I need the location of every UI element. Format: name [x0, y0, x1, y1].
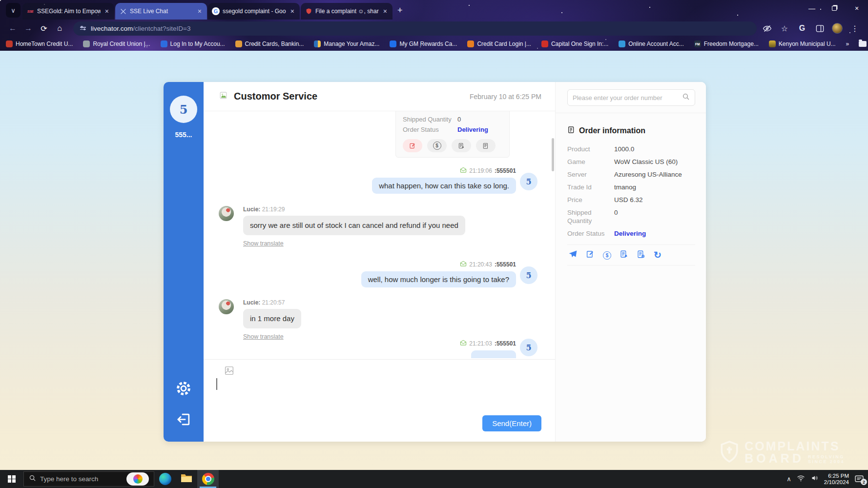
order-search-input[interactable] [573, 94, 682, 102]
taskbar-edge[interactable] [154, 470, 176, 488]
customer-message-avatar: 5 [520, 266, 537, 284]
close-tab-icon[interactable]: × [289, 7, 296, 15]
order-search[interactable] [567, 89, 695, 106]
order-detail-icon[interactable] [476, 139, 496, 152]
new-tab-button[interactable]: + [397, 5, 403, 16]
browser-menu-icon[interactable]: ⋮ [849, 23, 860, 34]
close-tab-icon[interactable]: × [196, 7, 203, 15]
bookmarks-overflow-chevron[interactable]: » [846, 41, 849, 47]
field-label: Shipped Quantity [567, 208, 614, 225]
bookmark-item[interactable]: Royal Credit Union |... [83, 41, 150, 47]
taskbar-file-explorer[interactable] [176, 470, 197, 488]
close-window-button[interactable]: × [846, 0, 868, 17]
bookmark-star-icon[interactable]: ☆ [779, 23, 790, 34]
tab-ssegold[interactable]: SSE SSEGold: Aim to Empower Your × [22, 3, 114, 20]
minimize-button[interactable]: — [801, 0, 823, 17]
edit-order-icon[interactable] [586, 250, 595, 261]
forward-button[interactable]: → [21, 21, 35, 35]
bookmark-item[interactable]: Credit Card Login |... [467, 41, 531, 47]
profile-avatar[interactable] [832, 23, 843, 34]
field-value: USD 6.32 [614, 196, 643, 204]
message-input[interactable] [204, 376, 555, 441]
start-button[interactable] [0, 470, 23, 488]
bookmark-item[interactable]: My GM Rewards Ca... [390, 41, 457, 47]
home-button[interactable]: ⌂ [53, 21, 66, 35]
message-time: 21:20:43 [469, 261, 492, 268]
watermark-tagline: RESOLVINGSINCE 2004 [808, 454, 845, 464]
field-label: Trade Id [567, 183, 614, 191]
customer-avatar: 5 [170, 96, 197, 123]
taskbar-search[interactable] [23, 471, 154, 487]
chat-main: Customor Service February 10 at 6:25 PM … [204, 82, 555, 442]
address-bar[interactable]: livechator.com/clientchat?siteID=3 [73, 21, 757, 36]
field-label: Server [567, 170, 614, 179]
price-icon[interactable]: $ [603, 250, 611, 260]
tab-google-search[interactable]: G ssegold complaint - Google Se × [208, 3, 300, 20]
url-text: livechator.com/clientchat?siteID=3 [91, 25, 191, 32]
send-order-icon[interactable] [568, 249, 578, 261]
reload-button[interactable]: ⟳ [37, 21, 51, 35]
bookmark-favicon [769, 41, 776, 47]
all-bookmarks-button[interactable]: All Bookmarks [859, 41, 868, 47]
logout-icon[interactable] [176, 412, 191, 429]
message-bubble: what happen, how can this take so long. [372, 178, 516, 194]
refresh-icon[interactable]: ↻ [654, 251, 661, 259]
wifi-icon[interactable] [797, 475, 805, 484]
side-panel-icon[interactable] [814, 23, 825, 34]
tab-sse-live-chat[interactable]: SSE Live Chat × [115, 3, 207, 20]
eye-slash-icon[interactable] [762, 23, 772, 34]
clock-date: 2/10/2024 [824, 479, 849, 485]
system-tray: ∧ 6:25 PM 2/10/2024 2 [786, 470, 868, 488]
field-label: Price [567, 196, 614, 204]
bookmark-item[interactable]: FMFreedom Mortgage... [694, 41, 759, 47]
back-button[interactable]: ← [6, 21, 20, 35]
taskbar-search-input[interactable] [40, 475, 126, 483]
watermark-word2: BOARD [744, 452, 804, 464]
delivery-note-icon[interactable] [452, 139, 471, 152]
bookmark-item[interactable]: Capital One Sign In:... [541, 41, 608, 47]
price-icon[interactable]: $ [427, 139, 447, 152]
delivery-note-icon[interactable] [620, 250, 628, 261]
bookmark-item[interactable]: Online Account Acc... [619, 41, 683, 47]
tab-title: SSE Live Chat [130, 8, 193, 15]
bookmark-item[interactable]: Log In to My Accou... [161, 41, 225, 47]
order-detail-icon[interactable] [637, 250, 645, 261]
live-chat-app: 5 555... Customor Service [164, 82, 706, 442]
envelope-icon [460, 261, 467, 268]
customer-id: 555... [175, 131, 192, 139]
copilot-button[interactable] [126, 472, 149, 486]
bookmark-item[interactable]: HomeTown Credit U... [6, 41, 73, 47]
action-center-button[interactable]: 2 [854, 475, 864, 483]
bookmarks-bar: HomeTown Credit U... Royal Credit Union … [0, 37, 868, 51]
close-tab-icon[interactable]: × [103, 7, 110, 15]
taskbar-clock[interactable]: 6:25 PM 2/10/2024 [824, 473, 849, 486]
show-translate-link[interactable]: Show translate [243, 240, 284, 247]
search-icon[interactable] [682, 93, 690, 102]
panel-divider [556, 113, 706, 113]
tray-chevron-icon[interactable]: ∧ [786, 475, 791, 483]
bookmark-item[interactable]: Manage Your Amaz... [314, 41, 379, 47]
send-button[interactable]: Send(Enter) [482, 415, 541, 431]
bookmark-favicon [467, 41, 474, 47]
message-time: 21:19:06 [469, 167, 492, 174]
show-translate-link[interactable]: Show translate [243, 333, 284, 340]
message-user: :555501 [495, 167, 516, 174]
card-value: 0 [457, 114, 461, 124]
settings-gear-icon[interactable] [175, 380, 192, 399]
tab-file-complaint[interactable]: File a complaint ☺, share your × [301, 3, 393, 20]
screen: ∨ SSE SSEGold: Aim to Empower Your × SSE… [0, 0, 868, 488]
restore-button[interactable] [823, 0, 846, 17]
close-tab-icon[interactable]: × [382, 7, 389, 15]
bookmark-item[interactable]: Kenyon Municipal U... [769, 41, 836, 47]
tab-search-button[interactable]: ∨ [6, 3, 21, 18]
speaker-icon[interactable] [810, 474, 819, 484]
message-time: 21:21:03 [469, 340, 492, 347]
message-list[interactable]: PriceUSD 6.32 Shipped Quantity0 Order St… [204, 111, 555, 359]
complaintsboard-watermark: COMPLAINTS BOARD RESOLVINGSINCE 2004 [719, 440, 845, 466]
edit-order-icon[interactable] [403, 139, 422, 152]
site-settings-icon[interactable] [80, 27, 86, 30]
bookmark-item[interactable]: Credit Cards, Bankin... [235, 41, 304, 47]
scrollbar-thumb[interactable] [552, 138, 554, 171]
taskbar-chrome[interactable] [197, 470, 219, 488]
google-profile-icon[interactable]: G [797, 23, 807, 34]
